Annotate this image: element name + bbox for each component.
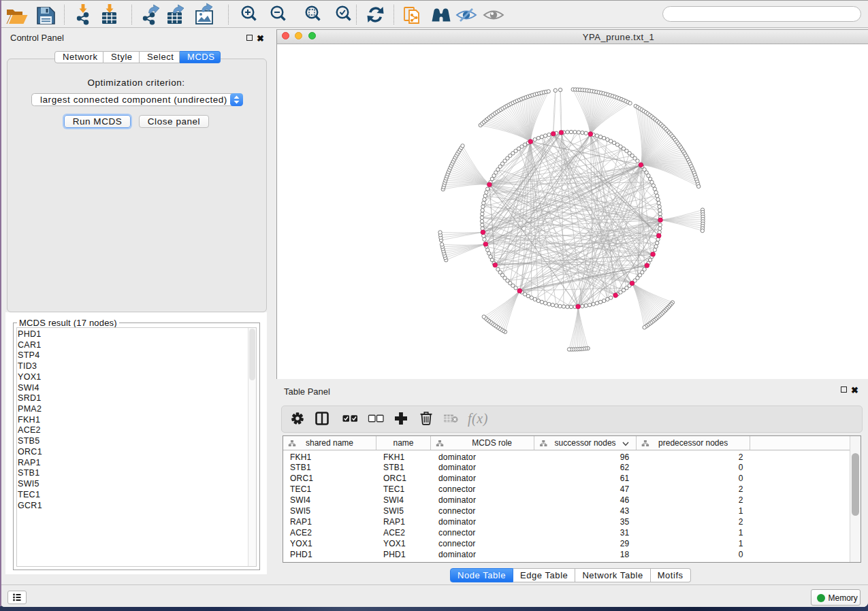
svg-text:f(x): f(x): [468, 411, 488, 427]
